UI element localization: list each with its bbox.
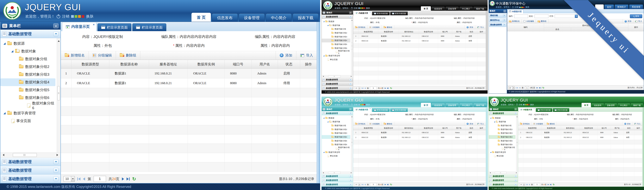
accordion-basic-functions[interactable]: 基础功能 [489, 13, 506, 18]
accordion-header-1[interactable]: 基础数据管理 [0, 158, 60, 166]
page-number-input[interactable] [370, 87, 376, 90]
tree-item-group6-child[interactable]: 数据对象分组6 [0, 102, 56, 109]
refresh-icon[interactable]: ↻ [542, 86, 544, 89]
nav-tab-home[interactable]: 首 页 [192, 13, 211, 22]
close-icon[interactable]: × [370, 108, 371, 109]
first-page-button[interactable] [77, 178, 80, 181]
nav-tab-about[interactable]: 中心简介 [618, 103, 630, 107]
skin-swatch-blue[interactable] [358, 7, 360, 9]
table-row-2[interactable]: 2 ORACLE 数据源1 192.168.0.21 ORACLE 8080 A… [518, 135, 642, 140]
chevron-down-icon[interactable] [349, 112, 352, 114]
scrollbar-thumb[interactable] [57, 86, 60, 100]
tree-item-datasource[interactable]: 数据源 [322, 19, 350, 23]
tree-item-dictionary[interactable]: 数据字典管理 [322, 54, 350, 58]
table-row-1[interactable]: 1 ORACLE 数据源1 192.168.0.21 ORACLE 8080 A… [353, 130, 486, 135]
tree-horizontal-scrollbar[interactable] [0, 153, 60, 158]
import-button[interactable]: 导入 [296, 51, 317, 60]
skin-swatch-red[interactable] [364, 104, 365, 105]
chevron-down-icon[interactable] [514, 183, 517, 186]
scrollbar-thumb[interactable] [328, 172, 340, 174]
edit-group-button[interactable]: 分组编辑 [368, 122, 382, 126]
skin-swatch-green[interactable] [74, 15, 77, 18]
tree-vertical-scrollbar[interactable] [516, 115, 518, 172]
last-page-button[interactable] [387, 87, 389, 89]
logout-link[interactable]: 注销 [514, 6, 518, 8]
nav-tab-device[interactable]: 设备管理 [604, 103, 617, 107]
skin-link[interactable]: 换肤 [530, 103, 534, 106]
tree-item-dictionary[interactable]: 数据字典管理 [322, 150, 350, 154]
tree-item-dictionary[interactable]: 数据字典管理 [0, 109, 56, 117]
tree-item-group6-child[interactable]: 数据对象分组6 [322, 50, 350, 54]
scrollbar-thumb[interactable] [351, 139, 353, 146]
skin-swatch-orange[interactable] [362, 7, 364, 9]
chevron-down-icon[interactable] [349, 15, 352, 18]
nav-tab-info[interactable]: 信息发布 [592, 103, 604, 107]
page-number-input[interactable] [94, 176, 106, 182]
scroll-right-icon[interactable] [351, 172, 352, 173]
page-size-select[interactable]: 10 [64, 176, 75, 182]
accordion-header-1[interactable]: 基础数据管理 [489, 174, 518, 178]
scrollbar-thumb[interactable] [516, 139, 518, 146]
tab-content-display[interactable]: 内容显示页 × [62, 22, 96, 31]
chevron-down-icon[interactable] [53, 31, 58, 36]
nav-tab-info[interactable]: 信息发布 [432, 103, 445, 107]
accordion-header-1[interactable]: 基础数据管理 [322, 78, 353, 82]
chevron-down-icon[interactable] [514, 112, 517, 114]
tab-content-display[interactable]: 内容显示页 × [518, 107, 535, 112]
tree-expand-icon[interactable] [323, 152, 324, 153]
chevron-down-icon[interactable] [514, 179, 517, 182]
nav-tab-about[interactable]: 中心简介 [459, 103, 473, 107]
tree-vertical-scrollbar[interactable] [57, 38, 60, 153]
prev-page-button[interactable] [529, 184, 530, 185]
tree-item-group5[interactable]: 数据对象分组5 [322, 42, 350, 46]
skin-link[interactable]: 换肤 [86, 14, 94, 19]
table-row-2[interactable]: 2 ORACLE 数据源1 192.168.0.21 ORACLE 8080 A… [353, 39, 486, 43]
chevron-down-icon[interactable] [503, 14, 506, 17]
logout-link[interactable]: 注销 [518, 103, 522, 106]
scroll-up-icon[interactable] [352, 116, 352, 117]
tree-item-dataobject[interactable]: 数据对象 [0, 47, 56, 55]
tab-column-page-1[interactable]: 栏目示意页面 [536, 108, 552, 112]
tree-vertical-scrollbar[interactable] [351, 115, 353, 172]
dropdown-arrow-icon[interactable] [71, 176, 74, 182]
tree-expand-icon[interactable] [323, 21, 324, 22]
tree-item-group3[interactable]: 数据对象分组3 [489, 131, 516, 135]
accordion-header-top[interactable]: 基础数据管理 [322, 111, 353, 115]
import-button[interactable]: 导入 [633, 19, 644, 23]
thumbnail-dark-theme[interactable]: ZHB JQUERY GUI 欢迎您，管理员！ 注销 换肤 首 页 信息发布 [322, 0, 488, 94]
skin-swatch-green[interactable] [360, 7, 362, 9]
tree-item-group1[interactable]: 数据对象分组 [322, 27, 350, 31]
chevron-down-icon[interactable] [349, 83, 352, 85]
scroll-up-icon[interactable] [517, 116, 518, 117]
last-page-button[interactable] [539, 87, 541, 89]
delete-group-button[interactable]: 删除组 [536, 19, 548, 23]
page-size-select[interactable]: 10 [520, 183, 525, 186]
table-row-1[interactable]: 1 ORACLE 数据源1 192.168.0.21 ORACLE 8080 A… [61, 69, 317, 78]
nav-tab-device[interactable]: 设备管理 [445, 103, 459, 107]
nav-tab-info[interactable]: 信息发布 [432, 7, 445, 11]
chevron-down-icon[interactable] [53, 177, 58, 181]
table-row-2[interactable]: 2 ORACLE 数据源1 192.168.0.21 ORACLE 8080 A… [353, 135, 486, 140]
delete-group-button[interactable]: 删除组 [116, 51, 140, 60]
thumbnail-cyan-theme[interactable]: ZHB JQUERY GUI 欢迎您，管理员！ 注销 换肤 首 页 信息发布 [322, 97, 488, 190]
import-button[interactable]: 导入 [475, 25, 486, 29]
prev-page-button[interactable] [364, 87, 366, 89]
tree-expand-icon[interactable] [494, 121, 495, 122]
tree-item-group1[interactable]: 数据对象分组 [0, 55, 56, 63]
tree-expand-icon[interactable] [327, 121, 328, 122]
dropdown-arrow-icon[interactable] [358, 183, 360, 186]
scroll-up-icon[interactable] [352, 19, 352, 20]
nav-tab-about[interactable]: 中心简介 [459, 7, 473, 11]
accordion-header-top[interactable]: 基础数据管理 [0, 30, 60, 38]
scrollbar-thumb[interactable] [351, 42, 353, 49]
accordion-header-3[interactable]: 基础数据管理 [322, 86, 353, 90]
skin-swatch-orange[interactable] [78, 15, 81, 18]
nav-tab-report[interactable]: 报表下载 [473, 7, 487, 11]
skin-swatch-red[interactable] [528, 104, 530, 105]
first-page-button[interactable] [362, 184, 363, 185]
first-page-button[interactable] [362, 87, 363, 89]
scroll-left-icon[interactable] [322, 76, 324, 77]
page-number-input[interactable] [370, 183, 376, 186]
logout-link[interactable]: 注销 [62, 14, 70, 19]
combo-arrow-icon[interactable] [575, 15, 578, 18]
